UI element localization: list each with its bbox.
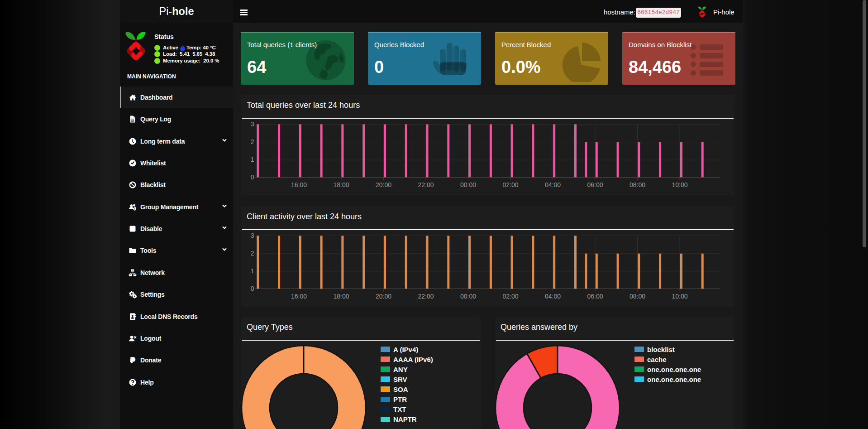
svg-text:20:00: 20:00	[376, 293, 391, 300]
svg-text:04:00: 04:00	[545, 293, 561, 300]
svg-text:2: 2	[251, 138, 254, 145]
svg-text:04:00: 04:00	[545, 181, 561, 188]
svg-text:2: 2	[251, 250, 254, 257]
svg-text:02:00: 02:00	[502, 293, 518, 300]
svg-text:10:00: 10:00	[672, 181, 687, 188]
svg-text:20:00: 20:00	[376, 181, 391, 188]
svg-text:18:00: 18:00	[333, 293, 349, 300]
svg-text:1: 1	[251, 267, 254, 275]
svg-text:08:00: 08:00	[630, 181, 645, 188]
svg-text:1: 1	[251, 156, 254, 163]
svg-text:3: 3	[251, 232, 254, 239]
svg-text:02:00: 02:00	[502, 181, 518, 188]
svg-text:10:00: 10:00	[672, 293, 687, 300]
svg-text:16:00: 16:00	[291, 293, 307, 300]
svg-text:00:00: 00:00	[460, 293, 476, 300]
svg-text:22:00: 22:00	[418, 293, 434, 300]
svg-text:18:00: 18:00	[333, 181, 349, 188]
svg-text:22:00: 22:00	[418, 181, 434, 188]
svg-text:3: 3	[251, 121, 254, 128]
svg-text:06:00: 06:00	[587, 181, 603, 188]
svg-text:08:00: 08:00	[630, 293, 645, 300]
svg-text:0: 0	[251, 174, 254, 181]
svg-text:0: 0	[251, 285, 254, 292]
svg-text:00:00: 00:00	[460, 181, 476, 188]
svg-text:16:00: 16:00	[291, 181, 307, 188]
svg-text:06:00: 06:00	[587, 293, 603, 300]
